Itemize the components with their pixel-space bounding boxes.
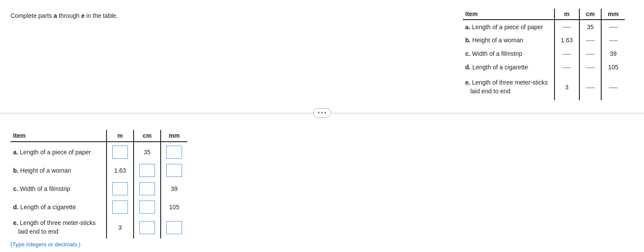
input-c-m[interactable] bbox=[112, 182, 128, 195]
bold-a: a bbox=[54, 12, 57, 19]
ref-row-b-mm bbox=[601, 34, 625, 47]
static-e-m: 3 bbox=[118, 224, 122, 231]
input-b-cm[interactable] bbox=[139, 164, 155, 177]
ref-row-a-cm: 35 bbox=[579, 20, 601, 34]
int-row-d-label: d. Length of a cigarette bbox=[10, 198, 107, 216]
hint-text: (Type integers or decimals.) bbox=[10, 241, 634, 248]
int-header-m: m bbox=[107, 130, 134, 142]
int-row-b-label: b. Height of a woman bbox=[10, 161, 107, 180]
int-row-a: a. Length of a piece of paper 35 bbox=[10, 142, 187, 161]
bold-e: e bbox=[81, 12, 85, 19]
int-row-d-m-cell bbox=[107, 198, 134, 216]
reference-table-container: Item m cm mm a. Length of a piece of pap… bbox=[211, 9, 634, 100]
expand-button[interactable]: • • • bbox=[313, 108, 331, 118]
int-row-b-m-cell: 1.63 bbox=[107, 161, 134, 180]
static-a-cm: 35 bbox=[144, 149, 151, 156]
int-row-c-cm-cell bbox=[134, 180, 161, 198]
input-e-cm[interactable] bbox=[139, 221, 155, 234]
ref-row-e-cm bbox=[579, 74, 601, 100]
ref-row-c-mm: 39 bbox=[601, 47, 625, 61]
instructions-text-after: in the table. bbox=[85, 12, 118, 19]
ref-row-c: c. Width of a filmstrip 39 bbox=[463, 47, 625, 61]
input-e-mm[interactable] bbox=[166, 221, 182, 234]
ref-row-b: b. Height of a woman 1.63 bbox=[463, 34, 625, 47]
int-row-e-mm-cell bbox=[161, 216, 187, 238]
int-header-mm: mm bbox=[161, 130, 187, 142]
int-row-e-m-cell: 3 bbox=[107, 216, 134, 238]
top-section: Complete parts a through e in the table.… bbox=[0, 0, 644, 105]
ref-row-b-cm bbox=[579, 34, 601, 47]
ref-row-e-label: e. Length of three meter-sticks laid end… bbox=[463, 74, 554, 100]
ref-row-e-m: 3 bbox=[554, 74, 579, 100]
divider-row: • • • bbox=[0, 105, 644, 121]
int-row-d: d. Length of a cigarette 105 bbox=[10, 198, 187, 216]
input-a-m[interactable] bbox=[112, 146, 128, 159]
ref-row-a-m bbox=[554, 20, 579, 34]
int-row-b: b. Height of a woman 1.63 bbox=[10, 161, 187, 180]
int-row-c: c. Width of a filmstrip 39 bbox=[10, 180, 187, 198]
int-row-d-mm-cell: 105 bbox=[161, 198, 187, 216]
input-b-mm[interactable] bbox=[166, 164, 182, 177]
int-row-b-mm-cell bbox=[161, 161, 187, 180]
input-a-mm[interactable] bbox=[166, 146, 182, 159]
int-row-e: e. Length of three meter-sticks laid end… bbox=[10, 216, 187, 238]
ref-row-a-label: a. Length of a piece of paper bbox=[463, 20, 554, 34]
int-row-e-cm-cell bbox=[134, 216, 161, 238]
ref-row-d: d. Length of a cigarette 105 bbox=[463, 61, 625, 74]
input-d-cm[interactable] bbox=[139, 201, 155, 214]
ref-header-m: m bbox=[554, 9, 579, 20]
ref-row-c-cm bbox=[579, 47, 601, 61]
int-row-c-m-cell bbox=[107, 180, 134, 198]
ref-row-a: a. Length of a piece of paper 35 bbox=[463, 20, 625, 34]
ref-row-d-m bbox=[554, 61, 579, 74]
static-b-m: 1.63 bbox=[114, 167, 126, 174]
ref-row-d-label: d. Length of a cigarette bbox=[463, 61, 554, 74]
ref-row-e-mm bbox=[601, 74, 625, 100]
int-row-a-label: a. Length of a piece of paper bbox=[10, 142, 107, 161]
int-header-cm: cm bbox=[134, 130, 161, 142]
static-c-mm: 39 bbox=[171, 185, 178, 192]
ref-header-item: Item bbox=[463, 9, 554, 20]
input-d-m[interactable] bbox=[112, 201, 128, 214]
int-row-d-cm-cell bbox=[134, 198, 161, 216]
ref-row-c-m bbox=[554, 47, 579, 61]
static-d-mm: 105 bbox=[169, 204, 179, 211]
instructions-text-through: through bbox=[57, 12, 81, 19]
bottom-section: Item m cm mm a. Length of a piece of pap… bbox=[0, 121, 644, 252]
ref-row-d-cm bbox=[579, 61, 601, 74]
reference-table: Item m cm mm a. Length of a piece of pap… bbox=[463, 9, 625, 100]
input-c-cm[interactable] bbox=[139, 182, 155, 195]
ref-header-mm: mm bbox=[601, 9, 625, 20]
instructions-text-before: Complete parts bbox=[10, 12, 54, 19]
instructions: Complete parts a through e in the table. bbox=[10, 9, 211, 100]
int-row-a-mm-cell bbox=[161, 142, 187, 161]
int-row-b-cm-cell bbox=[134, 161, 161, 180]
int-row-c-mm-cell: 39 bbox=[161, 180, 187, 198]
int-row-a-cm-cell: 35 bbox=[134, 142, 161, 161]
ref-row-a-mm bbox=[601, 20, 625, 34]
ref-row-e: e. Length of three meter-sticks laid end… bbox=[463, 74, 625, 100]
int-row-a-m-cell bbox=[107, 142, 134, 161]
ref-row-b-m: 1.63 bbox=[554, 34, 579, 47]
interactive-table: Item m cm mm a. Length of a piece of pap… bbox=[10, 130, 187, 238]
int-row-c-label: c. Width of a filmstrip bbox=[10, 180, 107, 198]
int-row-e-label: e. Length of three meter-sticks laid end… bbox=[10, 216, 107, 238]
ref-header-cm: cm bbox=[579, 9, 601, 20]
int-header-item: Item bbox=[10, 130, 107, 142]
ref-row-c-label: c. Width of a filmstrip bbox=[463, 47, 554, 61]
ref-row-b-label: b. Height of a woman bbox=[463, 34, 554, 47]
ref-row-d-mm: 105 bbox=[601, 61, 625, 74]
expand-icon: • • • bbox=[318, 110, 326, 116]
